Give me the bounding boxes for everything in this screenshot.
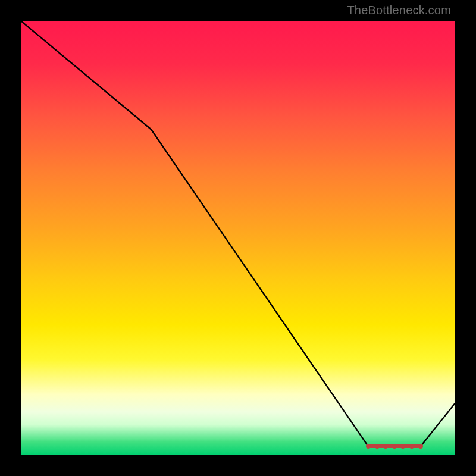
chart-frame: TheBottleneck.com [0, 0, 476, 476]
plot-area [21, 21, 455, 455]
bottleneck-curve [21, 21, 455, 455]
marker-dot [383, 444, 388, 449]
marker-dot [392, 444, 397, 449]
marker-dot [400, 444, 405, 449]
marker-dot [366, 444, 371, 449]
watermark-text: TheBottleneck.com [347, 4, 451, 17]
marker-dot [418, 444, 423, 449]
marker-dot [409, 444, 414, 449]
marker-dot [375, 444, 380, 449]
